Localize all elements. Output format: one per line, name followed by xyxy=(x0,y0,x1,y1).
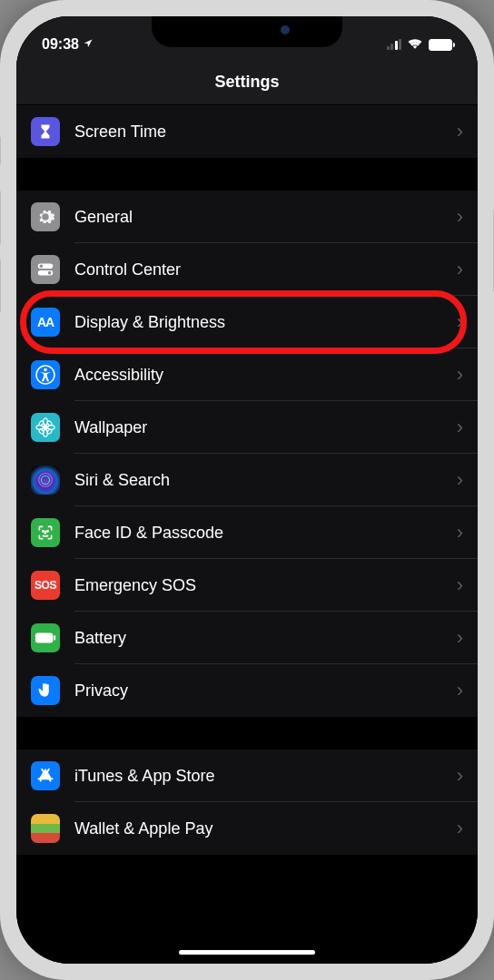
chevron-right-icon: › xyxy=(457,679,478,702)
settings-list[interactable]: Screen Time›General›Control Center›AADis… xyxy=(16,105,478,855)
chevron-right-icon: › xyxy=(457,764,478,788)
settings-row-face-id-passcode[interactable]: Face ID & Passcode› xyxy=(16,506,478,559)
settings-row-siri-search[interactable]: Siri & Search› xyxy=(16,454,478,506)
battery-icon xyxy=(31,623,60,652)
sos-icon: SOS xyxy=(31,571,60,600)
toggles-icon xyxy=(31,255,60,284)
svg-point-18 xyxy=(47,531,49,533)
chevron-right-icon: › xyxy=(457,468,478,492)
settings-row-control-center[interactable]: Control Center› xyxy=(16,243,478,296)
row-label: Privacy xyxy=(74,681,457,701)
gear-icon xyxy=(31,202,60,231)
svg-point-11 xyxy=(38,420,44,426)
faceid-icon xyxy=(31,518,60,547)
row-label: General xyxy=(74,208,457,227)
settings-group: iTunes & App Store›Wallet & Apple Pay› xyxy=(16,750,478,855)
row-label: Accessibility xyxy=(74,366,457,385)
row-label: Wallet & Apple Pay xyxy=(74,819,457,838)
page-title: Settings xyxy=(16,73,478,92)
accessibility-icon xyxy=(31,360,60,389)
svg-point-17 xyxy=(43,531,44,533)
chevron-right-icon: › xyxy=(457,521,478,544)
settings-row-emergency-sos[interactable]: SOSEmergency SOS› xyxy=(16,559,478,612)
siri-icon xyxy=(31,466,60,495)
wallet-icon xyxy=(31,814,60,843)
hand-icon xyxy=(31,676,60,705)
location-icon xyxy=(83,36,94,53)
settings-group: Screen Time› xyxy=(16,105,478,158)
svg-point-8 xyxy=(44,430,48,436)
chevron-right-icon: › xyxy=(457,626,478,650)
chevron-right-icon: › xyxy=(457,120,478,143)
row-label: Display & Brightness xyxy=(74,313,457,332)
settings-row-battery[interactable]: Battery› xyxy=(16,612,478,664)
chevron-right-icon: › xyxy=(457,817,478,840)
row-label: Wallpaper xyxy=(74,418,457,437)
hourglass-icon xyxy=(31,117,60,146)
mute-switch[interactable] xyxy=(0,136,1,165)
group-gap xyxy=(16,158,478,191)
svg-rect-20 xyxy=(54,635,55,641)
settings-row-itunes-app-store[interactable]: iTunes & App Store› xyxy=(16,750,478,802)
settings-row-wallet-apple-pay[interactable]: Wallet & Apple Pay› xyxy=(16,802,478,855)
phone-frame: 09:38 Settings Screen Time›General›Contr… xyxy=(0,0,494,980)
svg-point-6 xyxy=(44,426,48,430)
settings-row-general[interactable]: General› xyxy=(16,191,478,243)
svg-rect-19 xyxy=(35,632,53,642)
chevron-right-icon: › xyxy=(457,573,478,597)
svg-point-5 xyxy=(44,368,47,372)
phone-screen: 09:38 Settings Screen Time›General›Contr… xyxy=(16,16,478,964)
svg-point-13 xyxy=(38,428,44,434)
wifi-icon xyxy=(407,36,423,53)
flower-icon xyxy=(31,413,60,442)
svg-point-10 xyxy=(48,426,54,430)
cellular-signal-icon xyxy=(387,39,402,50)
battery-icon xyxy=(429,39,452,51)
svg-point-1 xyxy=(40,265,44,269)
svg-point-9 xyxy=(36,426,43,430)
volume-down-button[interactable] xyxy=(0,259,1,313)
status-time: 09:38 xyxy=(42,36,79,53)
chevron-right-icon: › xyxy=(457,363,478,387)
row-label: iTunes & App Store xyxy=(74,767,457,786)
row-label: Face ID & Passcode xyxy=(74,524,457,543)
row-label: Screen Time xyxy=(74,122,457,142)
front-camera xyxy=(281,25,290,34)
settings-row-accessibility[interactable]: Accessibility› xyxy=(16,348,478,401)
chevron-right-icon: › xyxy=(457,258,478,281)
settings-row-wallpaper[interactable]: Wallpaper› xyxy=(16,401,478,454)
home-indicator[interactable] xyxy=(179,950,315,955)
chevron-right-icon: › xyxy=(457,205,478,229)
settings-group: General›Control Center›AADisplay & Brigh… xyxy=(16,191,478,717)
row-label: Emergency SOS xyxy=(74,576,457,595)
svg-point-3 xyxy=(48,271,52,275)
screen-content: Settings Screen Time›General›Control Cen… xyxy=(16,16,478,964)
row-label: Battery xyxy=(74,629,457,648)
notch xyxy=(152,16,342,47)
svg-point-7 xyxy=(44,418,48,425)
svg-point-16 xyxy=(41,475,49,484)
volume-up-button[interactable] xyxy=(0,191,1,245)
chevron-right-icon: › xyxy=(457,416,478,439)
svg-point-14 xyxy=(46,428,52,434)
chevron-right-icon: › xyxy=(457,310,478,334)
text-size-icon: AA xyxy=(31,308,60,337)
settings-row-screen-time[interactable]: Screen Time› xyxy=(16,105,478,158)
settings-row-privacy[interactable]: Privacy› xyxy=(16,664,478,717)
row-label: Siri & Search xyxy=(74,471,457,490)
appstore-icon xyxy=(31,761,60,790)
row-label: Control Center xyxy=(74,260,457,279)
settings-row-display-brightness[interactable]: AADisplay & Brightness› xyxy=(16,296,478,348)
svg-point-12 xyxy=(46,420,52,426)
group-gap xyxy=(16,717,478,750)
